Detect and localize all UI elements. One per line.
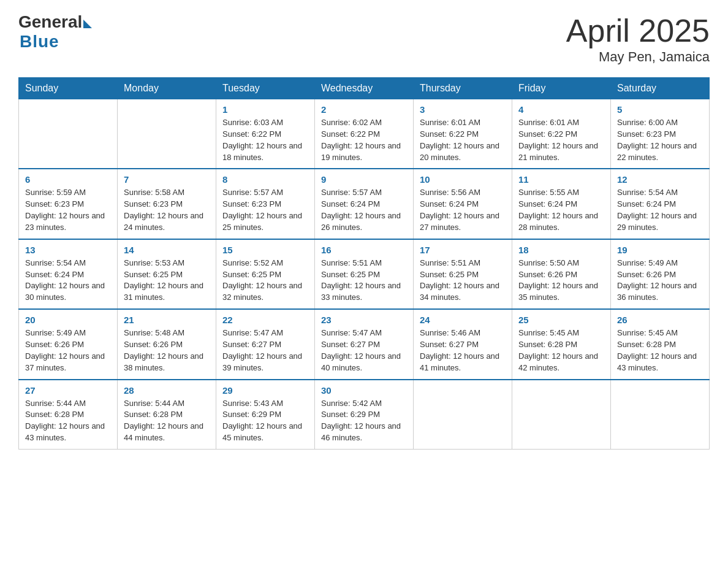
month-title: April 2025 (566, 12, 710, 49)
day-number: 1 (222, 104, 308, 115)
day-number: 22 (222, 315, 308, 325)
day-info: Sunrise: 5:42 AMSunset: 6:29 PMDaylight:… (321, 398, 407, 444)
logo: General Blue (18, 12, 92, 52)
day-number: 15 (222, 245, 308, 255)
calendar-week-row: 27Sunrise: 5:44 AMSunset: 6:28 PMDayligh… (19, 380, 710, 450)
day-info: Sunrise: 5:49 AMSunset: 6:26 PMDaylight:… (617, 258, 703, 304)
table-row (611, 380, 710, 450)
table-row: 7Sunrise: 5:58 AMSunset: 6:23 PMDaylight… (118, 169, 216, 239)
day-info: Sunrise: 5:43 AMSunset: 6:29 PMDaylight:… (222, 398, 308, 444)
day-info: Sunrise: 5:49 AMSunset: 6:26 PMDaylight:… (25, 327, 111, 373)
table-row: 13Sunrise: 5:54 AMSunset: 6:24 PMDayligh… (19, 239, 118, 309)
day-info: Sunrise: 5:45 AMSunset: 6:28 PMDaylight:… (518, 327, 604, 373)
day-number: 28 (124, 385, 210, 396)
table-row: 19Sunrise: 5:49 AMSunset: 6:26 PMDayligh… (611, 239, 710, 309)
day-info: Sunrise: 5:52 AMSunset: 6:25 PMDaylight:… (222, 258, 308, 304)
table-row: 4Sunrise: 6:01 AMSunset: 6:22 PMDaylight… (512, 99, 611, 169)
table-row: 22Sunrise: 5:47 AMSunset: 6:27 PMDayligh… (216, 309, 315, 379)
table-row: 5Sunrise: 6:00 AMSunset: 6:23 PMDaylight… (611, 99, 710, 169)
table-row (414, 380, 512, 450)
day-info: Sunrise: 5:50 AMSunset: 6:26 PMDaylight:… (518, 258, 604, 304)
day-info: Sunrise: 5:47 AMSunset: 6:27 PMDaylight:… (321, 327, 407, 373)
day-number: 3 (420, 104, 506, 115)
table-row (19, 99, 118, 169)
table-row: 2Sunrise: 6:02 AMSunset: 6:22 PMDaylight… (315, 99, 414, 169)
logo-blue-text: Blue (20, 32, 59, 52)
table-row: 18Sunrise: 5:50 AMSunset: 6:26 PMDayligh… (512, 239, 611, 309)
day-info: Sunrise: 5:58 AMSunset: 6:23 PMDaylight:… (124, 187, 210, 233)
table-row: 9Sunrise: 5:57 AMSunset: 6:24 PMDaylight… (315, 169, 414, 239)
table-row: 6Sunrise: 5:59 AMSunset: 6:23 PMDaylight… (19, 169, 118, 239)
table-row: 15Sunrise: 5:52 AMSunset: 6:25 PMDayligh… (216, 239, 315, 309)
day-info: Sunrise: 5:48 AMSunset: 6:26 PMDaylight:… (124, 327, 210, 373)
logo-line: General (18, 12, 92, 32)
day-info: Sunrise: 6:00 AMSunset: 6:23 PMDaylight:… (617, 117, 703, 163)
day-number: 11 (518, 174, 604, 185)
table-row: 24Sunrise: 5:46 AMSunset: 6:27 PMDayligh… (414, 309, 512, 379)
day-number: 12 (617, 174, 703, 185)
day-number: 24 (420, 315, 506, 325)
table-row: 30Sunrise: 5:42 AMSunset: 6:29 PMDayligh… (315, 380, 414, 450)
day-number: 23 (321, 315, 407, 325)
day-info: Sunrise: 6:01 AMSunset: 6:22 PMDaylight:… (420, 117, 506, 163)
col-wednesday: Wednesday (315, 78, 414, 99)
day-number: 8 (222, 174, 308, 185)
calendar-week-row: 1Sunrise: 6:03 AMSunset: 6:22 PMDaylight… (19, 99, 710, 169)
table-row (512, 380, 611, 450)
day-info: Sunrise: 5:44 AMSunset: 6:28 PMDaylight:… (124, 398, 210, 444)
day-number: 4 (518, 104, 604, 115)
col-monday: Monday (118, 78, 216, 99)
table-row: 27Sunrise: 5:44 AMSunset: 6:28 PMDayligh… (19, 380, 118, 450)
day-info: Sunrise: 5:51 AMSunset: 6:25 PMDaylight:… (420, 258, 506, 304)
day-info: Sunrise: 6:03 AMSunset: 6:22 PMDaylight:… (222, 117, 308, 163)
calendar-week-row: 20Sunrise: 5:49 AMSunset: 6:26 PMDayligh… (19, 309, 710, 379)
logo-general-text: General (18, 12, 82, 32)
page-header: General Blue April 2025 May Pen, Jamaica (18, 12, 710, 65)
calendar-week-row: 13Sunrise: 5:54 AMSunset: 6:24 PMDayligh… (19, 239, 710, 309)
day-number: 26 (617, 315, 703, 325)
day-info: Sunrise: 5:51 AMSunset: 6:25 PMDaylight:… (321, 258, 407, 304)
table-row: 26Sunrise: 5:45 AMSunset: 6:28 PMDayligh… (611, 309, 710, 379)
table-row: 12Sunrise: 5:54 AMSunset: 6:24 PMDayligh… (611, 169, 710, 239)
day-info: Sunrise: 5:54 AMSunset: 6:24 PMDaylight:… (617, 187, 703, 233)
day-number: 6 (25, 174, 111, 185)
day-info: Sunrise: 5:46 AMSunset: 6:27 PMDaylight:… (420, 327, 506, 373)
table-row: 17Sunrise: 5:51 AMSunset: 6:25 PMDayligh… (414, 239, 512, 309)
calendar-header-row: Sunday Monday Tuesday Wednesday Thursday… (19, 78, 710, 99)
day-number: 19 (617, 245, 703, 255)
location-title: May Pen, Jamaica (566, 49, 710, 65)
table-row: 25Sunrise: 5:45 AMSunset: 6:28 PMDayligh… (512, 309, 611, 379)
day-number: 9 (321, 174, 407, 185)
calendar-week-row: 6Sunrise: 5:59 AMSunset: 6:23 PMDaylight… (19, 169, 710, 239)
day-number: 21 (124, 315, 210, 325)
day-info: Sunrise: 6:01 AMSunset: 6:22 PMDaylight:… (518, 117, 604, 163)
day-number: 27 (25, 385, 111, 396)
col-tuesday: Tuesday (216, 78, 315, 99)
day-info: Sunrise: 5:53 AMSunset: 6:25 PMDaylight:… (124, 258, 210, 304)
table-row: 20Sunrise: 5:49 AMSunset: 6:26 PMDayligh… (19, 309, 118, 379)
day-info: Sunrise: 6:02 AMSunset: 6:22 PMDaylight:… (321, 117, 407, 163)
title-block: April 2025 May Pen, Jamaica (566, 12, 710, 65)
day-info: Sunrise: 5:59 AMSunset: 6:23 PMDaylight:… (25, 187, 111, 233)
day-number: 25 (518, 315, 604, 325)
col-sunday: Sunday (19, 78, 118, 99)
table-row: 10Sunrise: 5:56 AMSunset: 6:24 PMDayligh… (414, 169, 512, 239)
day-number: 2 (321, 104, 407, 115)
day-info: Sunrise: 5:57 AMSunset: 6:23 PMDaylight:… (222, 187, 308, 233)
day-info: Sunrise: 5:54 AMSunset: 6:24 PMDaylight:… (25, 258, 111, 304)
table-row: 23Sunrise: 5:47 AMSunset: 6:27 PMDayligh… (315, 309, 414, 379)
logo-arrow-icon (83, 20, 92, 28)
table-row: 3Sunrise: 6:01 AMSunset: 6:22 PMDaylight… (414, 99, 512, 169)
day-number: 10 (420, 174, 506, 185)
col-thursday: Thursday (414, 78, 512, 99)
table-row (118, 99, 216, 169)
day-number: 7 (124, 174, 210, 185)
col-saturday: Saturday (611, 78, 710, 99)
day-info: Sunrise: 5:56 AMSunset: 6:24 PMDaylight:… (420, 187, 506, 233)
day-number: 13 (25, 245, 111, 255)
day-number: 18 (518, 245, 604, 255)
day-info: Sunrise: 5:55 AMSunset: 6:24 PMDaylight:… (518, 187, 604, 233)
day-number: 30 (321, 385, 407, 396)
day-number: 20 (25, 315, 111, 325)
day-number: 16 (321, 245, 407, 255)
